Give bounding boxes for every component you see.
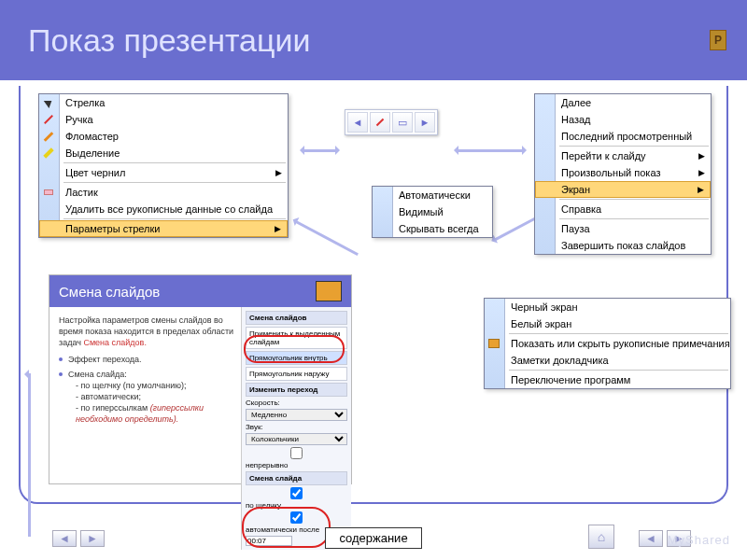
pointer-context-menu: Стрелка Ручка Фломастер Выделение Цвет ч… — [38, 93, 289, 238]
submenu-item-toggle-ink[interactable]: Показать или скрыть рукописные примечани… — [485, 335, 730, 352]
sound-select[interactable]: Колокольчики — [246, 433, 347, 445]
menu-separator — [63, 162, 286, 163]
toolbar-menu-button[interactable]: ▭ — [392, 112, 413, 133]
toolbar-next-button[interactable]: ► — [415, 112, 435, 133]
submenu-item-white-screen[interactable]: Белый экран — [485, 315, 730, 332]
arrow-left-icon: ◄ — [645, 532, 656, 545]
menu-separator — [559, 218, 709, 219]
contents-button[interactable]: содержание — [325, 527, 421, 549]
submenu-item-hide[interactable]: Скрывать всегда — [373, 220, 492, 237]
menu-item-pause[interactable]: Пауза — [535, 220, 711, 237]
menu-item-pen[interactable]: Ручка — [39, 111, 288, 128]
submenu-item-visible[interactable]: Видимый — [373, 203, 492, 220]
menu-separator — [63, 218, 286, 219]
menu-item-next[interactable]: Далее — [535, 94, 711, 111]
submenu-arrow-icon: ▶ — [275, 168, 282, 177]
felt-pen-icon — [41, 130, 56, 143]
home-icon: ⌂ — [598, 529, 605, 544]
pane-advance-label: Смена слайда — [246, 471, 347, 485]
watermark-text: MyShared — [668, 533, 730, 547]
menu-separator — [509, 333, 728, 334]
transition-option-out[interactable]: Прямоугольник наружу — [246, 367, 347, 381]
submenu-item-black-screen[interactable]: Черный экран — [485, 299, 730, 315]
footer-home-button[interactable]: ⌂ — [588, 525, 614, 549]
menu-item-back[interactable]: Назад — [535, 111, 711, 128]
menu-separator — [63, 182, 286, 183]
page-header: Показ презентации P — [0, 0, 747, 80]
panel-title: Смена слайдов — [59, 284, 160, 300]
loop-checkbox-row[interactable]: непрерывно — [246, 447, 347, 469]
transition-option-in[interactable]: Прямоугольник внутрь — [246, 351, 347, 365]
bullet-effect: Эффект перехода. — [59, 354, 235, 365]
submenu-item-switch-programs[interactable]: Переключение программ — [485, 371, 730, 388]
connector-arrow — [303, 149, 336, 152]
menu-separator — [559, 199, 709, 200]
sound-label: Звук: — [246, 423, 347, 431]
speed-label: Скорость: — [246, 399, 347, 407]
submenu-arrow-icon: ▶ — [698, 185, 704, 194]
slideshow-context-menu: Далее Назад Последний просмотренный Пере… — [534, 93, 712, 255]
panel-thumbnail-icon — [316, 281, 342, 301]
pen-icon — [41, 113, 56, 126]
corner-badge-icon: P — [710, 30, 726, 50]
transition-task-pane: Смена слайдов Применить к выделенным сла… — [241, 307, 351, 550]
notes-icon — [486, 337, 501, 350]
footer-prev-button-2[interactable]: ◄ — [639, 530, 663, 547]
screen-submenu: Черный экран Белый экран Показать или ск… — [484, 298, 731, 389]
footer-prev-button[interactable]: ◄ — [52, 530, 77, 547]
menu-item-highlighter[interactable]: Выделение — [39, 145, 288, 161]
arrow-right-icon: ► — [420, 117, 430, 128]
page-footer: ◄ ► содержание ⌂ ◄ ► MyShared — [0, 515, 747, 560]
loop-checkbox[interactable] — [246, 447, 347, 459]
toolbar-prev-button[interactable]: ◄ — [347, 112, 368, 133]
bullet-change: Смена слайда: — [59, 369, 235, 380]
arrow-left-icon: ◄ — [353, 117, 363, 128]
slideshow-mini-toolbar: ◄ ▭ ► — [345, 109, 438, 135]
menu-separator — [559, 146, 709, 147]
menu-icon: ▭ — [398, 117, 407, 129]
on-click-row[interactable]: по щелчку — [246, 487, 347, 510]
menu-item-last-viewed[interactable]: Последний просмотренный — [535, 128, 711, 145]
pane-change-label: Изменить переход — [246, 383, 347, 397]
cursor-icon — [41, 96, 56, 109]
menu-item-end-show[interactable]: Завершить показ слайдов — [535, 237, 711, 254]
panel-description: Настройка параметров смены слайдов во вр… — [49, 307, 241, 550]
pane-title: Смена слайдов — [246, 311, 347, 325]
arrow-right-icon: ► — [87, 532, 98, 545]
submenu-arrow-icon: ▶ — [698, 151, 705, 161]
menu-item-arrow[interactable]: Стрелка — [39, 94, 288, 111]
page-title: Показ презентации — [28, 22, 310, 59]
eraser-icon — [41, 186, 56, 199]
menu-item-eraser[interactable]: Ластик — [39, 184, 288, 201]
connector-arrow — [458, 149, 523, 152]
menu-item-goto-slide[interactable]: Перейти к слайду▶ — [535, 147, 711, 164]
arrow-left-icon: ◄ — [59, 532, 70, 545]
speed-select[interactable]: Медленно — [246, 409, 347, 421]
panel-header: Смена слайдов — [49, 275, 351, 307]
menu-item-help[interactable]: Справка — [535, 201, 711, 217]
menu-separator — [509, 370, 728, 371]
menu-item-erase-all[interactable]: Удалить все рукописные данные со слайда — [39, 201, 288, 217]
highlighter-icon — [41, 147, 56, 160]
submenu-item-speaker-notes[interactable]: Заметки докладчика — [485, 352, 730, 369]
menu-item-felt-pen[interactable]: Фломастер — [39, 128, 288, 145]
on-click-checkbox[interactable] — [246, 487, 347, 499]
slide-transition-panel: Смена слайдов Настройка параметров смены… — [49, 274, 352, 484]
toolbar-pen-button[interactable] — [370, 112, 390, 133]
footer-next-button[interactable]: ► — [80, 530, 105, 547]
arrow-options-submenu: Автоматически Видимый Скрывать всегда — [372, 186, 493, 238]
menu-item-custom-show[interactable]: Произвольный показ▶ — [535, 164, 711, 181]
menu-item-arrow-options[interactable]: Параметры стрелки▶ — [39, 220, 288, 237]
submenu-arrow-icon: ▶ — [698, 168, 705, 177]
submenu-arrow-icon: ▶ — [275, 224, 281, 233]
pen-icon — [376, 119, 384, 126]
submenu-item-auto[interactable]: Автоматически — [373, 187, 492, 203]
connector-arrow — [28, 373, 31, 537]
menu-item-screen[interactable]: Экран▶ — [535, 181, 711, 198]
menu-item-ink-color[interactable]: Цвет чернил▶ — [39, 164, 288, 181]
pane-apply-label: Применить к выделенным слайдам — [246, 327, 347, 349]
